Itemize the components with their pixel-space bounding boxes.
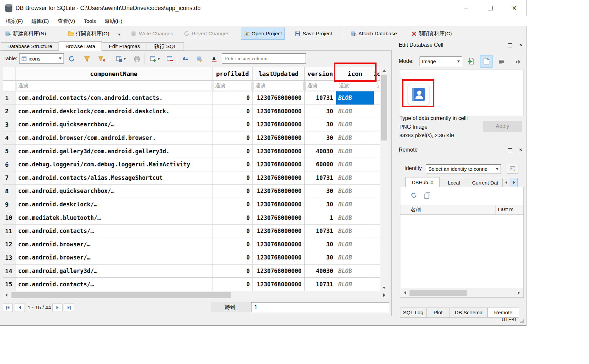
cell-profileId[interactable]: 0 [212,145,253,158]
cell-version[interactable]: 30 [305,238,336,251]
row-number[interactable]: 6 [3,158,15,171]
cell-profileId[interactable]: 0 [212,185,253,198]
cell-clipped[interactable] [374,91,380,105]
import-data-button[interactable] [466,56,477,67]
cell-icon[interactable]: BLOB [336,198,374,211]
cell-profileId[interactable]: 0 [212,278,253,291]
column-header-profileId[interactable]: profileId [212,67,253,81]
remote-close-button[interactable]: × [517,146,524,154]
cell-componentName[interactable]: com.android.browser/com.android.browser. [15,131,212,145]
scroll-left-button[interactable] [3,291,10,299]
column-header-version[interactable]: version [305,67,336,81]
filter-cell[interactable]: 過濾 [305,81,336,91]
edit-cell-float-button[interactable] [506,41,514,49]
row-number[interactable]: 1 [3,91,15,105]
remote-refresh-button[interactable] [409,191,419,200]
tab-edit-pragmas[interactable]: Edit Pragmas [102,42,147,50]
remote-tab-current-database[interactable]: Current Dat [468,178,502,187]
cell-profileId[interactable]: 0 [212,265,253,278]
grid-vertical-scrollbar[interactable] [380,67,388,291]
cell-version[interactable]: 30 [305,105,336,118]
cell-profileId[interactable]: 0 [212,251,253,265]
remote-tab-scroll-left[interactable] [502,178,510,187]
cell-icon[interactable]: BLOB [336,278,374,291]
cell-icon[interactable]: BLOB [336,225,374,238]
filter-cell[interactable]: 過濾 [212,81,253,91]
remote-tab-scroll-right[interactable] [510,178,518,187]
cell-clipped[interactable] [374,171,380,185]
encoding-button[interactable]: A [209,54,219,63]
cell-profileId[interactable]: 0 [212,225,253,238]
cell-componentName[interactable]: com.android.quicksearchbox/… [15,118,212,131]
remote-clone-button[interactable] [423,191,432,200]
column-divider[interactable] [496,205,496,215]
sort-button[interactable]: A [180,54,190,63]
cell-clipped[interactable] [374,185,380,198]
row-number[interactable]: 14 [3,265,15,278]
horizontal-scroll-thumb[interactable] [11,292,231,298]
cell-version[interactable]: 30 [305,118,336,131]
bottom-tab-sql-log[interactable]: SQL Log [400,308,426,318]
cell-icon[interactable]: BLOB [336,158,374,171]
bottom-tab-plot[interactable]: Plot [426,308,450,318]
cell-icon[interactable]: BLOB [336,185,374,198]
cell-componentName[interactable]: com.mediatek.bluetooth/… [15,211,212,225]
cell-clipped[interactable] [374,158,380,171]
row-number[interactable]: 5 [3,145,15,158]
cell-lastUpdated[interactable]: 1230768000000 [253,171,305,185]
cell-lastUpdated[interactable]: 1230768000000 [253,278,305,291]
cell-profileId[interactable]: 0 [212,91,253,105]
menu-tools[interactable]: Tools [79,16,100,26]
maximize-button[interactable] [482,3,498,13]
cell-componentName[interactable]: com.android.deskclock/com.android.deskcl… [15,105,212,118]
cell-lastUpdated[interactable]: 1230768000000 [253,211,305,225]
cell-clipped[interactable] [374,251,380,265]
cell-lastUpdated[interactable]: 1230768000000 [253,238,305,251]
cell-componentName[interactable]: com.android.gallery3d/… [15,265,212,278]
cell-version[interactable]: 1 [305,211,336,225]
cell-lastUpdated[interactable]: 1230768000000 [253,105,305,118]
previous-record-button[interactable] [15,303,25,312]
write-changes-button[interactable]: Write Changes [128,28,176,40]
row-number[interactable]: 2 [3,105,15,118]
print-button[interactable] [132,54,142,63]
cell-icon[interactable]: BLOB [336,105,374,118]
remote-float-button[interactable] [506,146,514,154]
cell-clipped[interactable] [374,118,380,131]
new-database-button[interactable]: 新建資料庫(N) [2,28,49,40]
row-number[interactable]: 12 [3,238,15,251]
goto-record-input[interactable] [251,302,389,312]
row-number[interactable]: 15 [3,278,15,291]
document-view-button[interactable] [480,55,493,68]
cell-componentName[interactable]: com.android.contacts/… [15,278,212,291]
row-number[interactable]: 3 [3,118,15,131]
cell-clipped[interactable] [374,278,380,291]
cell-icon[interactable]: BLOB [336,171,374,185]
cell-clipped[interactable] [374,225,380,238]
cell-lastUpdated[interactable]: 1230768000000 [253,265,305,278]
remote-table-body[interactable] [400,215,523,288]
cell-profileId[interactable]: 0 [212,131,253,145]
open-database-dropdown[interactable] [118,31,121,37]
grid-horizontal-scrollbar[interactable] [3,291,388,299]
cell-version[interactable]: 10731 [305,91,336,105]
row-number[interactable]: 4 [3,131,15,145]
close-button[interactable]: × [506,3,522,13]
cell-componentName[interactable]: com.android.browser/… [15,251,212,265]
clear-filters-button[interactable] [96,54,107,63]
cell-lastUpdated[interactable]: 1230768000000 [253,225,305,238]
filter-cell[interactable]: 過濾 [336,81,374,91]
identity-settings-button[interactable] [507,164,518,174]
cell-version[interactable]: 40030 [305,145,336,158]
remote-tab-local[interactable]: Local [440,178,468,187]
open-project-button[interactable]: Open Project [241,28,285,40]
open-database-button[interactable]: 打開資料庫(O) [65,28,112,40]
cell-version[interactable]: 10731 [305,171,336,185]
next-record-button[interactable] [52,303,63,312]
cell-icon[interactable]: BLOB [336,145,374,158]
cell-componentName[interactable]: com.android.contacts/com.android.contact… [15,91,212,105]
filter-cell-clipped[interactable]: 過濾 [374,81,380,91]
mode-selector[interactable]: Image [420,56,462,66]
row-number[interactable]: 7 [3,171,15,185]
cell-version[interactable]: 60000 [305,158,336,171]
